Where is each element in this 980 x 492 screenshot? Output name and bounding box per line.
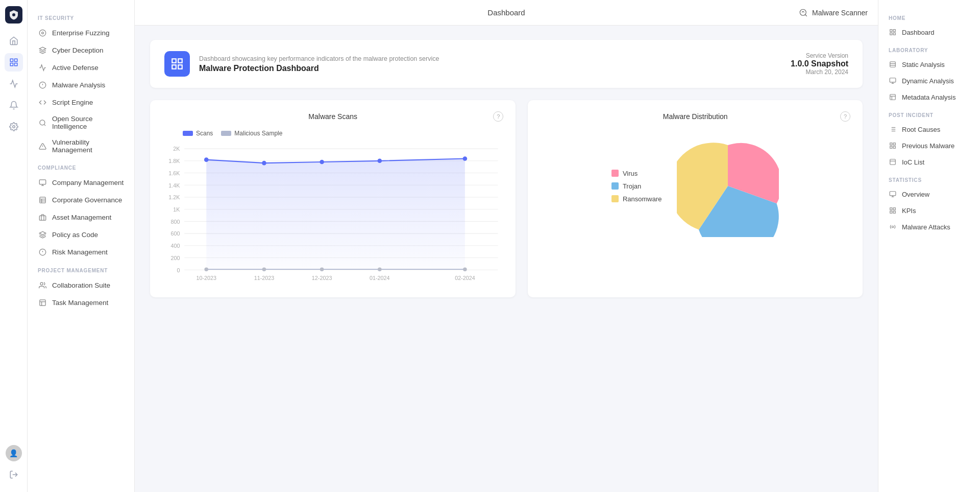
sidebar-item-cyber-deception[interactable]: Cyber Deception xyxy=(28,41,134,59)
line-chart-help-icon[interactable]: ? xyxy=(493,111,503,122)
svg-rect-3 xyxy=(14,63,17,66)
sidebar-item-company-management[interactable]: Company Management xyxy=(28,174,134,191)
svg-text:01-2024: 01-2024 xyxy=(370,275,390,281)
risk-mgmt-label: Risk Management xyxy=(52,248,108,256)
rs-item-root-causes[interactable]: Root Causes xyxy=(878,121,980,137)
rs-ioc-list-icon xyxy=(889,158,897,166)
line-chart-header: Malware Scans ? xyxy=(162,111,503,122)
info-card-right: Service Version 1.0.0 Snapshot March 20,… xyxy=(791,52,848,76)
svg-text:200: 200 xyxy=(171,255,180,261)
sidebar-item-active-defense[interactable]: Active Defense xyxy=(28,59,134,76)
rs-dynamic-analysis-label: Dynamic Analysis xyxy=(902,77,954,85)
section-label-compliance: COMPLIANCE xyxy=(28,158,134,174)
line-chart-title: Malware Scans xyxy=(173,112,493,121)
rail-activity-icon[interactable] xyxy=(5,75,23,93)
cyber-deception-label: Cyber Deception xyxy=(52,46,104,54)
pie-chart-help-icon[interactable]: ? xyxy=(840,111,850,122)
rail-home-icon[interactable] xyxy=(5,32,23,50)
svg-text:11-2023: 11-2023 xyxy=(254,275,275,281)
svg-rect-79 xyxy=(893,33,895,35)
svg-point-66 xyxy=(463,156,468,161)
sidebar-item-open-source-intelligence[interactable]: Open Source Intelligence xyxy=(28,111,134,134)
rs-overview-label: Overview xyxy=(902,191,929,198)
vuln-mgmt-icon xyxy=(38,142,47,151)
top-right-header: Malware Scanner xyxy=(799,8,868,17)
legend-ransomware: Ransomware xyxy=(611,195,662,203)
legend-virus-label: Virus xyxy=(623,170,638,177)
asset-mgmt-icon xyxy=(38,213,47,222)
svg-rect-106 xyxy=(893,208,895,210)
sidebar-item-enterprise-fuzzing[interactable]: Enterprise Fuzzing xyxy=(28,24,134,41)
rs-kpis-label: KPIs xyxy=(902,207,916,215)
collaboration-icon xyxy=(38,280,47,290)
risk-mgmt-icon xyxy=(38,247,47,256)
svg-rect-108 xyxy=(893,211,895,213)
rs-item-overview[interactable]: Overview xyxy=(878,186,980,202)
osi-icon xyxy=(38,118,47,127)
svg-text:800: 800 xyxy=(171,219,180,225)
svg-rect-84 xyxy=(890,78,896,82)
svg-text:02-2024: 02-2024 xyxy=(455,275,475,281)
rail-logout-icon[interactable] xyxy=(5,465,23,484)
rs-item-metadata-analysis[interactable]: Metadata Analysis xyxy=(878,89,980,105)
policy-code-icon xyxy=(38,230,47,239)
info-card-title: Malware Protection Dashboard xyxy=(199,64,439,73)
svg-text:12-2023: 12-2023 xyxy=(312,275,332,281)
legend-trojan-label: Trojan xyxy=(623,182,641,190)
sidebar-item-task-management[interactable]: Task Management xyxy=(28,294,134,311)
malware-analysis-icon xyxy=(38,80,47,89)
rs-item-dashboard[interactable]: Dashboard xyxy=(878,24,980,40)
svg-point-71 xyxy=(463,267,467,271)
rail-settings-icon[interactable] xyxy=(5,118,23,136)
rs-home-label: HOME xyxy=(878,8,980,24)
svg-point-65 xyxy=(378,158,382,163)
pie-svg xyxy=(677,135,779,237)
sidebar-item-asset-management[interactable]: Asset Management xyxy=(28,208,134,226)
sidebar-item-policy-as-code[interactable]: Policy as Code xyxy=(28,226,134,243)
svg-rect-78 xyxy=(893,30,895,32)
sidebar-item-risk-management[interactable]: Risk Management xyxy=(28,243,134,261)
svg-rect-99 xyxy=(890,146,892,148)
pie-chart-header: Malware Distribution ? xyxy=(540,111,850,122)
svg-text:1.6K: 1.6K xyxy=(168,170,180,176)
sidebar-item-script-engine[interactable]: Script Engine xyxy=(28,93,134,111)
svg-text:0: 0 xyxy=(177,267,180,273)
svg-text:1.4K: 1.4K xyxy=(168,182,180,189)
content-area: Dashboard showcasing key performance ind… xyxy=(135,26,878,492)
legend-malicious-box xyxy=(221,131,231,136)
rs-kpis-icon xyxy=(889,206,897,215)
rail-bell-icon[interactable] xyxy=(5,96,23,114)
enterprise-fuzzing-label: Enterprise Fuzzing xyxy=(52,29,110,37)
svg-text:1.2K: 1.2K xyxy=(168,194,180,200)
svg-point-64 xyxy=(320,160,324,165)
right-sidebar: HOME Dashboard LABORATORY Static Analysi… xyxy=(878,0,980,492)
rs-item-kpis[interactable]: KPIs xyxy=(878,202,980,219)
svg-point-67 xyxy=(204,267,208,271)
sidebar-item-vulnerability-management[interactable]: Vulnerability Management xyxy=(28,134,134,158)
version-label: Service Version xyxy=(791,52,848,59)
line-chart-svg-wrap: 2K 1.8K 1.6K 1.4K 1.2K 1K 800 xyxy=(162,141,503,286)
section-label-it-security: IT SECURITY xyxy=(28,8,134,24)
info-card-left: Dashboard showcasing key performance ind… xyxy=(164,51,439,77)
active-defense-icon xyxy=(38,63,47,72)
sidebar-item-malware-analysis[interactable]: Malware Analysis xyxy=(28,76,134,93)
rs-item-previous-malware[interactable]: Previous Malware xyxy=(878,137,980,154)
pie-chart-card: Malware Distribution ? Virus Trojan xyxy=(528,100,863,297)
svg-rect-28 xyxy=(39,299,45,305)
rs-item-malware-attacks[interactable]: Malware Attacks xyxy=(878,219,980,235)
rs-item-static-analysis[interactable]: Static Analysis xyxy=(878,56,980,73)
svg-rect-4 xyxy=(10,63,13,66)
rs-item-ioc-list[interactable]: IoC List xyxy=(878,154,980,170)
script-engine-icon xyxy=(38,98,47,107)
svg-rect-23 xyxy=(39,216,46,220)
sidebar-item-corporate-governance[interactable]: Corporate Governance xyxy=(28,191,134,208)
svg-rect-80 xyxy=(890,33,892,35)
rs-item-dynamic-analysis[interactable]: Dynamic Analysis xyxy=(878,73,980,89)
sidebar-item-collaboration-suite[interactable]: Collaboration Suite xyxy=(28,276,134,294)
pie-chart-title: Malware Distribution xyxy=(550,112,840,121)
user-avatar[interactable]: 👤 xyxy=(6,445,22,461)
svg-rect-37 xyxy=(178,65,182,69)
svg-rect-87 xyxy=(890,95,896,100)
rail-dashboard-icon[interactable] xyxy=(5,53,23,72)
company-mgmt-label: Company Management xyxy=(52,179,124,186)
